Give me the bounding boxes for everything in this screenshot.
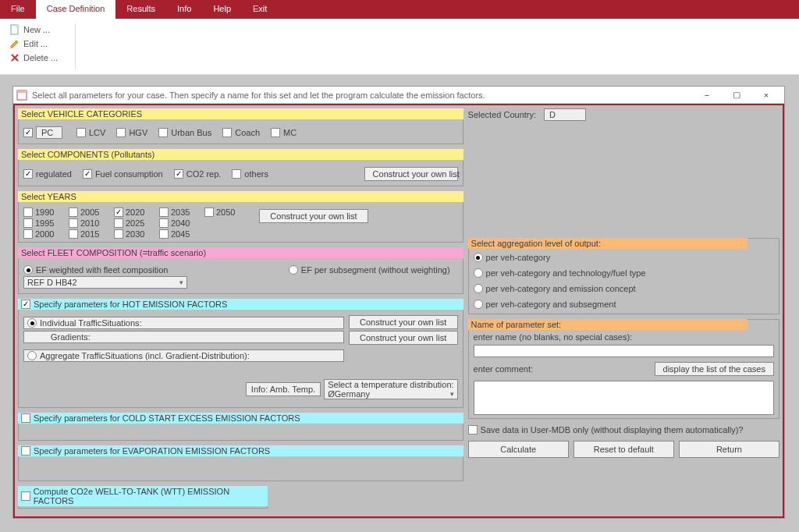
client-area: Select all parameters for your case. The… [0,75,799,532]
chk-save-usermdb[interactable] [468,425,478,434]
radio-agg-0[interactable] [474,253,483,262]
lbl-mc: MC [283,128,297,137]
chk-coach[interactable] [222,128,232,137]
chk-cold[interactable] [21,413,30,423]
legend-name: Name of parameter set: [468,319,748,330]
lbl-year-1990: 1990 [35,207,54,217]
chk-year-2010[interactable] [69,218,78,228]
input-case-name[interactable] [474,345,774,357]
lbl-year-2040: 2040 [171,218,190,228]
window-maximize[interactable]: ▢ [722,87,751,104]
chk-evap[interactable] [21,446,30,456]
lbl-co2: CO2 rep. [186,169,222,179]
select-fleet-scenario[interactable]: REF D HB42 ▾ [23,276,187,289]
input-comment[interactable] [474,381,774,415]
fieldset-hot: ✓ Specify parameters for HOT EMISSION FA… [18,299,463,408]
lbl-hot-gradients: Gradients: [51,332,91,342]
menu-results[interactable]: Results [115,0,166,19]
btn-info-ambtemp[interactable]: Info: Amb. Temp. [246,382,321,396]
chk-others[interactable] [232,169,241,179]
lbl-regulated: regulated [36,169,72,179]
lbl-hgv: HGV [129,128,147,137]
chk-year-2015[interactable] [69,229,78,239]
menu-info[interactable]: Info [166,0,202,19]
radio-agg-1[interactable] [474,268,483,278]
chk-year-2020[interactable]: ✓ [114,207,123,217]
lbl-selected-country: Selected Country: [468,110,536,119]
left-column: Select VEHICLE CATEGORIES ✓ PC LCV HGV U… [18,108,463,513]
legend-aggregation: Select aggregation level of output: [468,238,748,249]
fieldset-fleet: Select FLEET COMPOSITION (=traffic scena… [18,247,463,294]
radio-agg-2[interactable] [474,284,483,293]
chk-urbanbus[interactable] [158,128,168,137]
new-icon [9,24,20,35]
radio-agg-3[interactable] [474,300,483,309]
aggregation-options: per veh-categoryper veh-category and tec… [474,243,774,310]
btn-components-own-list[interactable]: Construct your own list [364,167,458,181]
radio-hot-individual[interactable] [27,318,37,328]
chk-wtt[interactable] [21,491,30,501]
chk-year-2005[interactable] [69,207,78,217]
btn-years-own-list[interactable]: Construct your own list [259,209,368,223]
lbl-enter-name: enter name (no blanks, no special cases)… [474,332,774,342]
chk-year-2040[interactable] [159,218,169,228]
lbl-hot-aggregate: Aggregate TrafficSituations (incl. Gradi… [40,351,250,360]
legend-cold: Specify parameters for COLD START EXCESS… [18,413,463,424]
ribbon-edit[interactable]: Edit ... [6,37,61,50]
lbl-save-usermdb: Save data in User-MDB only (without disp… [481,425,744,434]
delete-icon [9,52,20,63]
chk-year-1990[interactable] [23,207,33,217]
lbl-evap: Specify parameters for EVAPORATION EMISS… [34,446,270,456]
chk-hgv[interactable] [116,128,126,137]
chk-hot[interactable]: ✓ [21,300,30,309]
lbl-agg-2: per veh-category and emission concept [486,284,636,293]
chk-year-2025[interactable] [114,218,123,228]
chk-mc[interactable] [271,128,280,137]
chk-fuel[interactable]: ✓ [83,169,92,179]
chk-lcv[interactable] [76,128,86,137]
ribbon-new-label: New ... [23,25,50,34]
fieldset-vehicle-categories: Select VEHICLE CATEGORIES ✓ PC LCV HGV U… [18,108,463,144]
chk-co2[interactable]: ✓ [174,169,183,179]
select-fleet-value: REF D HB42 [27,278,77,287]
right-column: Selected Country: D Select aggregation l… [468,108,779,513]
window-close[interactable]: × [751,87,781,104]
lbl-year-2035: 2035 [171,207,190,217]
menu-help[interactable]: Help [202,0,242,19]
chk-year-2045[interactable] [159,229,169,239]
svg-rect-1 [16,25,18,27]
chk-pc[interactable]: ✓ [23,128,33,137]
lbl-agg-3: per veh-category and subsegment [486,300,616,309]
menu-exit[interactable]: Exit [242,0,278,19]
ribbon-delete[interactable]: Delete ... [6,51,61,64]
window-minimize[interactable]: − [692,87,722,104]
lbl-year-2050: 2050 [216,207,235,217]
radio-fleet-weighted[interactable] [23,265,33,275]
row-hot-aggregate: Aggregate TrafficSituations (incl. Gradi… [23,349,344,362]
btn-hot-list-1[interactable]: Construct your own list [349,315,458,329]
menu-case-definition[interactable]: Case Definition [36,0,116,19]
radio-fleet-subsegment[interactable] [289,265,298,275]
chk-year-2000[interactable] [23,229,33,239]
radio-hot-aggregate[interactable] [27,351,37,360]
lbl-year-2025: 2025 [126,218,144,228]
chk-regulated[interactable]: ✓ [23,169,33,179]
chk-year-2050[interactable] [204,207,214,217]
btn-calculate[interactable]: Calculate [468,441,569,458]
legend-evap: Specify parameters for EVAPORATION EMISS… [18,445,463,456]
chk-year-2030[interactable] [114,229,123,239]
ribbon-new[interactable]: New ... [6,23,61,36]
btn-return[interactable]: Return [679,441,779,458]
select-temp-dist[interactable]: ØGermany ▾ [328,389,453,399]
chk-year-2035[interactable] [159,207,169,217]
chk-year-1995[interactable] [23,218,33,228]
fieldset-aggregation: Select aggregation level of output: per … [468,238,779,314]
btn-display-list[interactable]: display the list of the cases [655,362,774,376]
menu-file[interactable]: File [0,0,36,19]
lbl-hot: Specify parameters for HOT EMISSION FACT… [34,300,227,309]
btn-hot-list-2[interactable]: Construct your own list [349,331,458,345]
btn-reset[interactable]: Reset to default [574,441,674,458]
lbl-hot-individual: Individual TrafficSituations: [40,318,142,328]
lbl-pc: PC [36,126,62,139]
lbl-agg-0: per veh-category [486,253,551,262]
